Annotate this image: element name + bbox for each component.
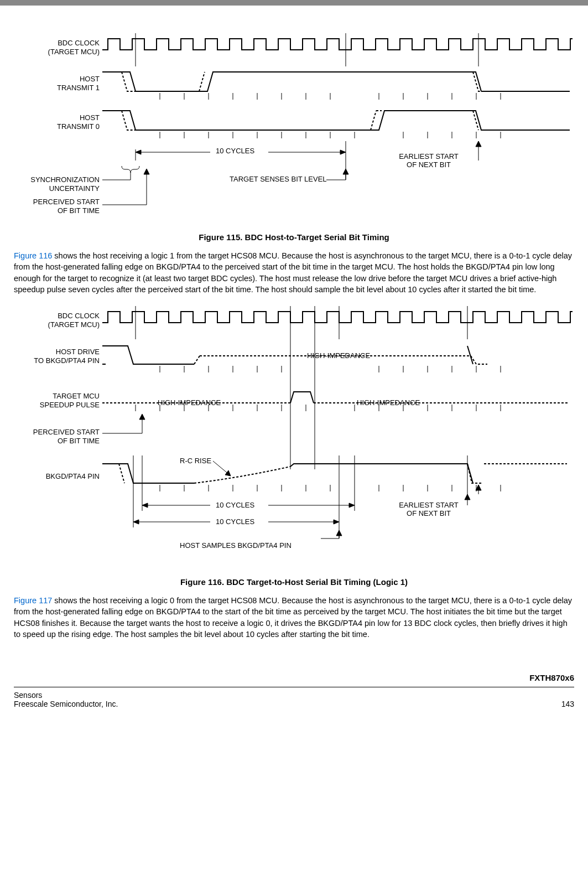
bkgd-pin-label: BKGD/PTA4 PIN — [46, 472, 100, 480]
rc-rise-label: R-C RISE — [180, 457, 211, 465]
host-tx0-l2: TRANSMIT 0 — [57, 122, 100, 131]
fig-ref-117: Figure 117 — [14, 596, 52, 605]
sync-unc-l1: SYNCHRONIZATION — [30, 175, 100, 184]
svg-marker-110 — [142, 503, 148, 508]
paragraph-1: Figure 116 shows the host receiving a lo… — [14, 250, 574, 295]
para2-text: shows the host receiving a logic 0 from … — [14, 596, 572, 639]
figure-116-caption: Figure 116. BDC Target-to-Host Serial Bi… — [14, 577, 574, 587]
host-tx1-l1: HOST — [80, 75, 100, 83]
paragraph-2: Figure 117 shows the host receiving a lo… — [14, 595, 574, 640]
host-drive-l1: HOST DRIVE — [56, 348, 100, 356]
hiz-label-2: HIGH-IMPEDANCE — [158, 398, 221, 407]
perceived2-l2: OF BIT TIME — [58, 437, 100, 445]
svg-marker-41 — [476, 141, 481, 147]
perceived-l2: OF BIT TIME — [58, 206, 100, 215]
header-bar — [0, 0, 588, 6]
svg-marker-111 — [349, 503, 355, 508]
fig-ref-116: Figure 116 — [14, 251, 52, 260]
page-content: BDC CLOCK (TARGET MCU) HOST TRANSMIT 1 H… — [0, 33, 588, 640]
svg-marker-114 — [133, 520, 139, 524]
bdc-clock2-l1: BDC CLOCK — [58, 312, 100, 320]
earliest-l2: OF NEXT BIT — [407, 160, 451, 169]
earliest2-l1: EARLIEST START — [399, 501, 459, 509]
svg-marker-38 — [343, 169, 348, 174]
ten-cycles-label-a: 10 CYCLES — [216, 501, 254, 509]
target-mcu-l2: SPEEDUP PULSE — [40, 401, 100, 409]
bdc-clock2-l2: (TARGET MCU) — [48, 320, 100, 329]
para1-text: shows the host receiving a logic 1 from … — [14, 251, 572, 294]
host-samples-label: HOST SAMPLES BKGD/PTA4 PIN — [180, 541, 292, 550]
page-number: 143 — [561, 700, 574, 708]
target-senses-label: TARGET SENSES BIT LEVEL — [230, 175, 327, 183]
svg-marker-107 — [225, 470, 231, 476]
page-footer: FXTH870x6 Sensors Freescale Semiconducto… — [0, 673, 588, 719]
svg-marker-115 — [334, 520, 339, 524]
footer-company: Freescale Semiconductor, Inc. — [14, 700, 118, 708]
figure-115-caption: Figure 115. BDC Host-to-Target Serial Bi… — [14, 232, 574, 242]
perceived-l1: PERCEIVED START — [33, 198, 100, 206]
ten-cycles-label: 10 CYCLES — [216, 147, 254, 155]
perceived2-l1: PERCEIVED START — [33, 428, 100, 436]
earliest2-l2: OF NEXT BIT — [407, 509, 451, 517]
ten-cycles-label-b: 10 CYCLES — [216, 517, 254, 526]
svg-marker-84 — [139, 414, 145, 420]
figure-116-diagram: BDC CLOCK (TARGET MCU) HOST DRIVE TO BKG… — [14, 306, 574, 566]
hiz-label-1: HIGH-IMPEDANCE — [307, 351, 370, 360]
svg-marker-119 — [465, 494, 470, 500]
svg-marker-35 — [136, 150, 141, 154]
host-drive-l2: TO BKGD/PTA4 PIN — [34, 356, 100, 365]
hiz-label-3: HIGH-IMPEDANCE — [357, 398, 420, 407]
svg-marker-46 — [144, 169, 149, 174]
host-tx1-l2: TRANSMIT 1 — [57, 84, 100, 92]
host-tx0-l1: HOST — [80, 113, 100, 122]
bdc-clock-label-l2: (TARGET MCU) — [48, 48, 100, 56]
footer-product: FXTH870x6 — [14, 673, 574, 687]
fig115-svg — [102, 33, 573, 221]
target-mcu-l1: TARGET MCU — [53, 392, 100, 400]
svg-marker-36 — [340, 150, 346, 154]
figure-115-diagram: BDC CLOCK (TARGET MCU) HOST TRANSMIT 1 H… — [14, 33, 574, 221]
svg-marker-117 — [336, 530, 342, 536]
earliest-l1: EARLIEST START — [399, 152, 459, 160]
bdc-clock-label-l1: BDC CLOCK — [58, 39, 100, 47]
sync-unc-l2: UNCERTAINTY — [49, 184, 100, 193]
footer-sensors: Sensors — [14, 691, 118, 700]
fig116-svg — [102, 306, 573, 566]
